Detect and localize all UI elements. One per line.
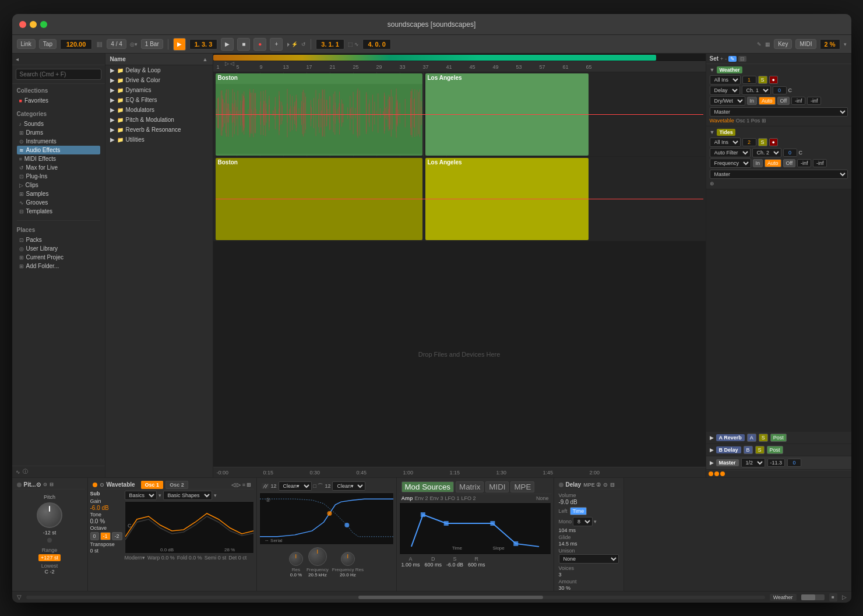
browser-item-reverb[interactable]: ▶ 📁 Reverb & Resonance	[105, 125, 213, 135]
track1-master-select[interactable]: Master	[710, 107, 848, 117]
oct-m1-btn[interactable]: -1	[100, 532, 111, 540]
unison-select[interactable]: None	[559, 554, 619, 564]
delay-settings-icon[interactable]: ⊙	[603, 482, 608, 488]
track1-off-button[interactable]: Off	[777, 97, 790, 105]
sidebar-collapse-btn[interactable]: ◂	[16, 56, 19, 62]
track2-s-button[interactable]: S	[758, 138, 767, 146]
return-b-play-icon[interactable]: ▶	[710, 447, 714, 453]
wavetable-waveform[interactable]: C 0.0 dB 28 %	[125, 501, 254, 554]
status-scrollbar[interactable]	[26, 596, 765, 599]
drop-zone[interactable]: Drop Files and Devices Here	[213, 241, 706, 467]
track2-in-button[interactable]: In	[753, 159, 763, 167]
lfo2-label[interactable]: LFO 2	[462, 495, 476, 501]
browser-item-eq-filters[interactable]: ▶ 📁 EQ & Filters	[105, 95, 213, 105]
traffic-lights[interactable]	[19, 21, 47, 28]
track2-ch-select[interactable]: Ch. 2	[752, 148, 781, 157]
filter-clean1-select[interactable]: Clean▾	[279, 481, 312, 491]
track1-ch-select[interactable]: Ch. 1	[742, 86, 771, 95]
sidebar-item-midi-effects[interactable]: ≡ MIDI Effects	[17, 154, 100, 163]
track1-r-button[interactable]: ●	[769, 76, 778, 84]
arrange-button[interactable]: ▶	[173, 38, 186, 51]
osc1-tab-label[interactable]: Osc 1	[141, 481, 164, 489]
sidebar-item-packs[interactable]: ⊡ Packs	[17, 235, 100, 244]
status-right-btn[interactable]: ■	[829, 593, 837, 601]
sidebar-item-drums[interactable]: ⊞ Drums	[17, 128, 100, 137]
track2-arrow[interactable]: ▼	[710, 129, 715, 135]
browser-item-utilities[interactable]: ▶ 📁 Utilities	[105, 135, 213, 145]
filter-display[interactable]: ↔ Serial ②	[259, 492, 394, 545]
track1-input-select[interactable]: All Ins	[710, 75, 741, 85]
loop-end-display[interactable]: 4. 0. 0	[362, 39, 391, 50]
close-button[interactable]	[19, 21, 26, 28]
minimize-button[interactable]	[30, 21, 37, 28]
env3-label[interactable]: Env 3	[430, 495, 443, 501]
pitch-knob[interactable]	[37, 502, 62, 528]
browser-item-drive-color[interactable]: ▶ 📁 Drive & Color	[105, 75, 213, 85]
sidebar-item-add-folder[interactable]: ⊞ Add Folder...	[17, 262, 100, 270]
loop-start-display[interactable]: 3. 1. 1	[316, 39, 344, 50]
sidebar-item-audio-effects[interactable]: ≋ Audio Effects	[17, 146, 100, 154]
track-weather-content[interactable]: Boston // Generate waveform dots - handl…	[213, 72, 706, 156]
master-play-icon[interactable]: ▶	[710, 460, 714, 466]
freq-knob[interactable]	[308, 547, 327, 566]
position-display[interactable]: 1. 3. 3	[189, 39, 218, 50]
track-tides-content[interactable]: Boston Los Angeles	[213, 157, 706, 241]
time-button[interactable]: Time	[570, 507, 587, 515]
det-label[interactable]: Det 0 ct	[228, 555, 246, 561]
filter-clean2-select[interactable]: Clean▾	[332, 481, 365, 491]
track1-auto-button[interactable]: Auto	[759, 97, 776, 105]
return-a-post-button[interactable]: Post	[770, 434, 787, 442]
warp-label[interactable]: Warp 0.0 %	[147, 555, 175, 561]
basics-select[interactable]: Basics	[125, 491, 157, 500]
record-button[interactable]: ●	[253, 38, 266, 51]
osc2-tab-label[interactable]: Osc 2	[165, 481, 188, 489]
track1-s-button[interactable]: S	[758, 76, 767, 84]
sidebar-item-clips[interactable]: ▷ Clips	[17, 181, 100, 189]
pitch-settings-icon[interactable]: ⊙	[43, 482, 47, 487]
track1-delay-select[interactable]: Delay	[710, 86, 740, 95]
fold-label[interactable]: Fold 0.0 %	[177, 555, 202, 561]
return-b-post-button[interactable]: Post	[767, 446, 783, 454]
sidebar-item-favorites[interactable]: ■ Favorites	[17, 96, 100, 105]
track1-in-button[interactable]: In	[747, 97, 758, 105]
track2-r-button[interactable]: ●	[769, 138, 778, 146]
mono-select[interactable]: 8	[573, 517, 593, 526]
lfo1-label[interactable]: LFO 1	[445, 495, 460, 501]
browser-item-pitch-mod[interactable]: ▶ 📁 Pitch & Modulation	[105, 115, 213, 125]
osc1-tab[interactable]: Osc 1	[141, 481, 164, 488]
track2-plus-icon[interactable]: ⊕	[710, 181, 714, 186]
search-input[interactable]	[16, 69, 101, 80]
bpm-display[interactable]: 120.00	[60, 39, 92, 50]
timeline-scrollbar[interactable]	[213, 54, 706, 62]
return-b-s-button[interactable]: S	[755, 446, 765, 454]
return-a-button[interactable]: A	[747, 434, 756, 442]
loop-mode[interactable]: 1 Bar	[141, 39, 163, 49]
browser-sort-icon[interactable]: ▲	[203, 57, 208, 62]
sidebar-item-sounds[interactable]: ♪ Sounds	[17, 119, 100, 128]
freq-res-knob[interactable]	[341, 552, 355, 566]
wavetable-settings-icon[interactable]: ⊙	[100, 482, 104, 488]
pitch-range-value[interactable]: +127 st	[38, 554, 61, 561]
tap-button[interactable]: Tap	[39, 39, 57, 49]
return-a-s-button[interactable]: S	[759, 434, 768, 442]
osc2-tab[interactable]: Osc 2	[165, 481, 188, 488]
track1-drywet-select[interactable]: Dry/Wet	[710, 96, 745, 105]
sidebar-item-max-live[interactable]: ↺ Max for Live	[17, 163, 100, 172]
track1-expand-icon[interactable]: ⊞	[762, 118, 766, 124]
browser-item-delay-loop[interactable]: ▶ 📁 Delay & Loop	[105, 65, 213, 75]
sidebar-item-current-project[interactable]: ⊞ Current Projec	[17, 253, 100, 262]
filter-type-btn[interactable]: ⌭	[262, 483, 269, 489]
track2-input-select[interactable]: All Ins	[710, 138, 741, 147]
stop-button[interactable]: ■	[237, 38, 250, 51]
set-lock-btn[interactable]: ⊟	[738, 56, 746, 62]
status-right-expand[interactable]: ▷	[842, 594, 847, 600]
matrix-tab[interactable]: Matrix	[456, 481, 484, 492]
sidebar-item-plugins[interactable]: ⊡ Plug-Ins	[17, 172, 100, 181]
link-button[interactable]: Link	[17, 39, 36, 49]
browser-item-modulators[interactable]: ▶ 📁 Modulators	[105, 105, 213, 115]
track2-auto-button[interactable]: Auto	[765, 159, 781, 167]
pitch-expand-icon[interactable]: ⊟	[50, 482, 54, 487]
sidebar-item-templates[interactable]: ⊟ Templates	[17, 207, 100, 216]
return-b-button[interactable]: B	[744, 446, 753, 454]
modern-label[interactable]: Modern▾	[125, 555, 146, 561]
